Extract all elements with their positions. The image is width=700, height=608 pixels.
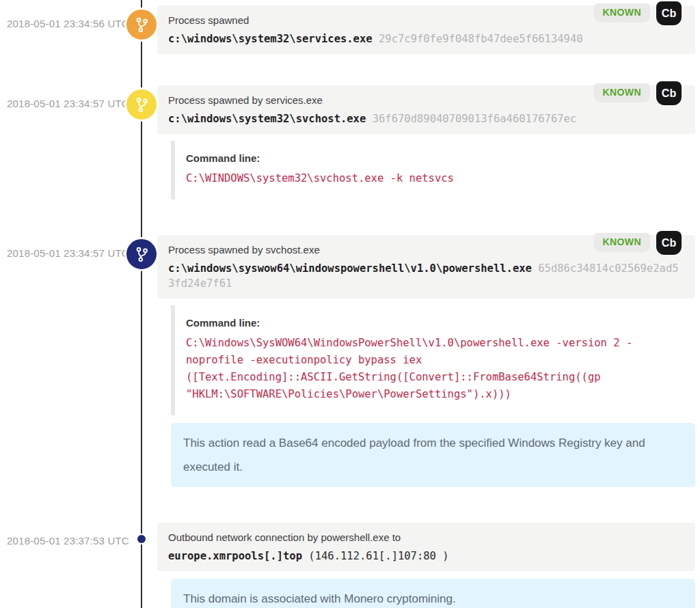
event-timestamp: 2018-05-01 23:34:56 UTC xyxy=(7,18,123,29)
process-hash: 29c7c9f0fe9f048fb47dee5f66134940 xyxy=(379,33,583,45)
known-badge[interactable]: KNOWN xyxy=(594,233,650,252)
timeline-event: 2018-05-01 23:34:56 UTC KNOWN Cb Process… xyxy=(0,5,700,54)
network-domain: europe.xmrpools[.]top xyxy=(168,550,302,562)
carbon-black-badge[interactable]: Cb xyxy=(656,231,682,255)
analyst-note: This domain is associated with Monero cr… xyxy=(171,579,695,608)
event-card[interactable]: KNOWN Cb Process spawned c:\windows\syst… xyxy=(157,5,695,54)
command-line-value: C:\Windows\SysWOW64\WindowsPowerShell\v1… xyxy=(186,335,684,403)
timeline-event: 2018-05-01 23:34:57 UTC KNOWN Cb Process… xyxy=(0,85,700,199)
git-branch-icon xyxy=(124,8,159,42)
process-path: c:\windows\system32\services.exe xyxy=(168,33,373,45)
carbon-black-badge[interactable]: Cb xyxy=(656,1,682,25)
carbon-black-badge[interactable]: Cb xyxy=(656,81,682,105)
known-badge[interactable]: KNOWN xyxy=(594,3,650,23)
network-endpoint: (146.112.61[.]107:80 ) xyxy=(308,550,448,562)
event-title: Outbound network connection by powershel… xyxy=(168,530,684,544)
process-path: c:\windows\syswow64\windowspowershell\v1… xyxy=(168,262,532,275)
analyst-note: This action read a Base64 encoded payloa… xyxy=(171,423,695,487)
git-branch-icon xyxy=(124,237,159,271)
command-line-value: C:\WINDOWS\system32\svchost.exe -k netsv… xyxy=(186,170,684,187)
event-card[interactable]: KNOWN Cb Process spawned by services.exe… xyxy=(157,85,695,134)
threat-timeline: 2018-05-01 23:34:56 UTC KNOWN Cb Process… xyxy=(0,0,700,608)
process-path: c:\windows\system32\svchost.exe xyxy=(168,113,366,125)
command-line-box: Command line: C:\Windows\SysWOW64\Window… xyxy=(171,305,695,415)
event-timestamp: 2018-05-01 23:37:53 UTC xyxy=(7,535,123,547)
event-timestamp: 2018-05-01 23:34:57 UTC xyxy=(7,247,123,259)
command-line-label: Command line: xyxy=(186,316,684,330)
command-line-label: Command line: xyxy=(186,152,684,165)
event-timestamp: 2018-05-01 23:34:57 UTC xyxy=(7,98,123,109)
timeline-event: 2018-05-01 23:34:57 UTC KNOWN Cb Process… xyxy=(0,235,700,487)
known-badge[interactable]: KNOWN xyxy=(594,83,650,102)
process-hash: 36f670d89040709013f6a460176767ec xyxy=(373,113,577,125)
event-card[interactable]: KNOWN Cb Process spawned by svchost.exe … xyxy=(157,235,695,299)
command-line-box: Command line: C:\WINDOWS\system32\svchos… xyxy=(171,141,695,199)
event-dot-icon xyxy=(136,534,147,544)
event-card[interactable]: Outbound network connection by powershel… xyxy=(157,523,695,571)
git-branch-icon xyxy=(124,87,159,122)
timeline-event: 2018-05-01 23:37:53 UTC Outbound network… xyxy=(0,523,700,608)
